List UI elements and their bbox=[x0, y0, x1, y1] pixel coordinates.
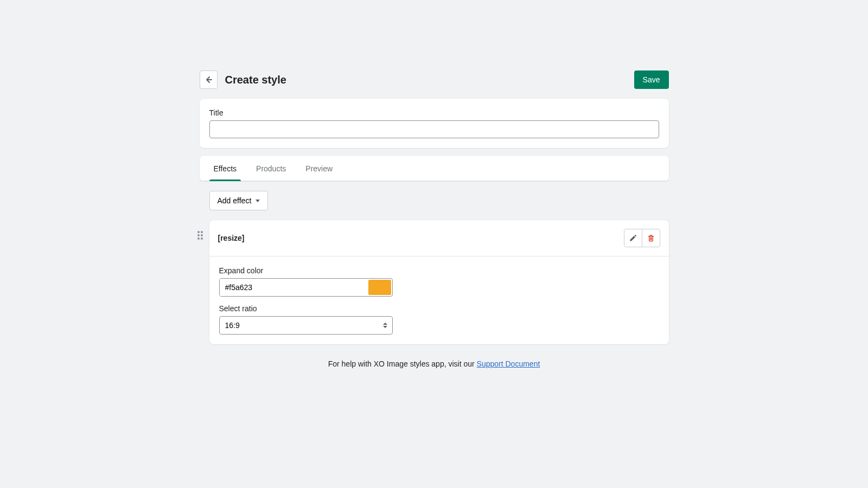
effect-card: [resize] Expand color bbox=[209, 220, 669, 344]
tab-effects[interactable]: Effects bbox=[204, 156, 247, 181]
trash-icon bbox=[647, 234, 655, 242]
pencil-icon bbox=[629, 234, 637, 242]
back-button[interactable] bbox=[200, 70, 218, 89]
footer-prefix: For help with XO Image styles app, visit… bbox=[328, 359, 477, 368]
page-title: Create style bbox=[225, 74, 634, 86]
footer-help: For help with XO Image styles app, visit… bbox=[200, 359, 669, 368]
effect-name: [resize] bbox=[218, 234, 624, 242]
add-effect-label: Add effect bbox=[218, 196, 252, 205]
color-swatch[interactable] bbox=[368, 280, 391, 295]
expand-color-label: Expand color bbox=[219, 266, 659, 275]
title-input[interactable] bbox=[209, 120, 659, 138]
title-label: Title bbox=[209, 108, 659, 117]
title-card: Title bbox=[200, 99, 669, 148]
drag-handle-icon[interactable] bbox=[197, 231, 203, 240]
expand-color-input[interactable] bbox=[220, 279, 367, 296]
select-ratio-input[interactable]: 16:9 bbox=[219, 316, 393, 335]
save-button[interactable]: Save bbox=[634, 70, 669, 89]
edit-effect-button[interactable] bbox=[624, 229, 642, 247]
support-document-link[interactable]: Support Document bbox=[477, 359, 540, 368]
tab-preview[interactable]: Preview bbox=[296, 156, 342, 181]
tab-products[interactable]: Products bbox=[246, 156, 296, 181]
delete-effect-button[interactable] bbox=[642, 229, 660, 247]
select-ratio-label: Select ratio bbox=[219, 304, 659, 313]
arrow-left-icon bbox=[203, 74, 214, 85]
expand-color-field bbox=[219, 278, 393, 297]
tabs-card: Effects Products Preview bbox=[200, 156, 669, 181]
add-effect-button[interactable]: Add effect bbox=[209, 191, 269, 210]
caret-down-icon bbox=[256, 200, 260, 202]
